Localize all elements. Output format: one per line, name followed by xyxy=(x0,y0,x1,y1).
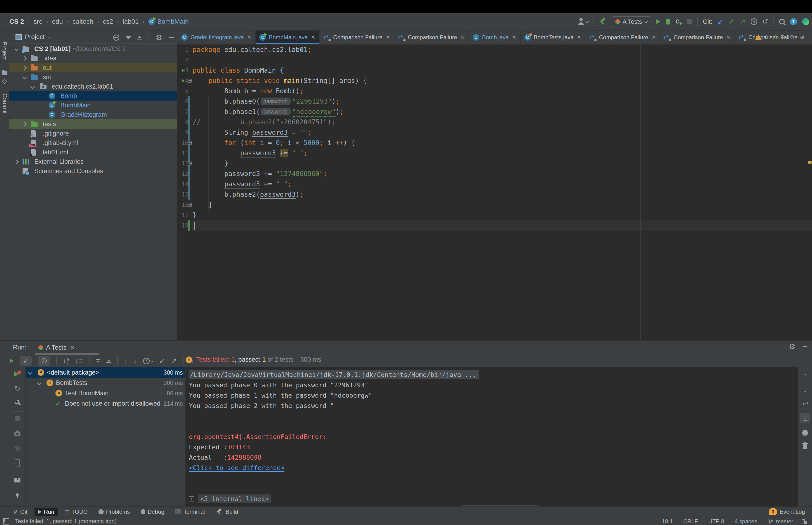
gear-icon[interactable]: ⚙ xyxy=(155,34,162,41)
run-button[interactable] xyxy=(656,19,660,24)
test-tree-item-test-bombmain[interactable]: Test BombMain86 ms xyxy=(26,388,185,398)
project-tree-item--gitlab-ci-yml[interactable]: .gitlab-ci.yml xyxy=(10,138,178,148)
rerun-tests-button[interactable] xyxy=(10,359,14,363)
close-icon[interactable]: ✕ xyxy=(652,34,656,41)
chevron-right-icon[interactable] xyxy=(22,122,27,126)
project-tree-item-lab01-iml[interactable]: lab01.iml xyxy=(10,148,178,157)
thread-dump-button[interactable] xyxy=(14,432,20,436)
import-test-results-button[interactable]: ↙ xyxy=(159,357,165,364)
scroll-down-button[interactable]: ↓ xyxy=(800,385,810,394)
breadcrumb-item-cs2[interactable]: cs2 xyxy=(103,18,113,25)
project-tree-item--gitignore[interactable]: .gitignore xyxy=(10,129,178,138)
close-icon[interactable]: ✕ xyxy=(311,34,315,41)
chevron-right-icon[interactable] xyxy=(22,56,27,60)
error-stripe-mark[interactable] xyxy=(808,161,812,164)
export-test-results-button[interactable]: ↗ xyxy=(171,357,177,364)
expand-icon[interactable] xyxy=(189,496,194,501)
project-tree-item-gradehistogram[interactable]: GradeHistogram xyxy=(10,110,178,119)
fold-marker[interactable] xyxy=(188,203,192,207)
breadcrumb-item-edu[interactable]: edu xyxy=(52,18,63,25)
show-ignored-toggle[interactable]: ∅ xyxy=(38,356,50,366)
project-tree-item-cs-2-lab01-[interactable]: CS 2 [lab01] ~/Documents/CS 2 xyxy=(10,44,178,54)
project-tree-item-tests[interactable]: tests xyxy=(10,119,178,129)
toggle-auto-test-button[interactable]: ↻ xyxy=(14,385,20,392)
test-console[interactable]: /Library/Java/JavaVirtualMachines/jdk-17… xyxy=(185,367,798,507)
editor-tab-comparison-failure[interactable]: Comparison Failure✕ xyxy=(394,31,469,44)
run-with-coverage-button[interactable] xyxy=(675,18,681,25)
tool-window-switcher-icon[interactable] xyxy=(3,518,10,525)
collapse-all-button[interactable] xyxy=(137,36,142,40)
editor-tab-hidden[interactable]: ✕ xyxy=(809,31,812,44)
commit-stripe-icon[interactable] xyxy=(2,79,6,84)
project-tree-item-src[interactable]: src xyxy=(10,72,178,82)
chevron-right-icon[interactable] xyxy=(14,160,18,164)
close-icon[interactable]: ✕ xyxy=(512,34,516,41)
expand-all-button[interactable] xyxy=(96,359,100,363)
show-passed-toggle[interactable]: ✓ xyxy=(20,356,32,366)
pin-tab-button[interactable] xyxy=(16,493,19,496)
scroll-to-end-button[interactable]: ↓ xyxy=(800,413,810,423)
rollback-icon[interactable]: ↺ xyxy=(763,18,768,25)
toolwindow-button-debug[interactable]: Debug xyxy=(137,508,168,516)
fold-marker[interactable] xyxy=(188,162,192,165)
rerun-failed-tests-button[interactable] xyxy=(14,371,20,377)
editor-tab-comparison-failure[interactable]: Comparison Failure✕ xyxy=(320,31,394,44)
close-icon[interactable]: ✕ xyxy=(247,34,251,41)
user-profile-button[interactable] xyxy=(578,18,588,25)
project-tree-item-edu-caltech-cs2-lab01[interactable]: edu.caltech.cs2.lab01 xyxy=(10,82,178,91)
search-everywhere-icon[interactable] xyxy=(779,19,785,25)
close-icon[interactable]: ✕ xyxy=(577,34,581,41)
print-button[interactable] xyxy=(800,427,810,437)
test-tree-item--default-package-[interactable]: <default package>300 ms xyxy=(26,367,185,378)
project-view-selector[interactable]: Project xyxy=(16,33,50,41)
close-icon[interactable]: ✕ xyxy=(460,34,464,41)
run-line-icon[interactable] xyxy=(182,79,185,83)
chevron-down-icon[interactable] xyxy=(28,370,32,375)
locate-file-button[interactable] xyxy=(113,34,119,41)
editor-tab-bomb-java[interactable]: Bomb.java✕ xyxy=(469,31,521,44)
caret-position[interactable]: 18:1 xyxy=(662,518,673,525)
git-update-icon[interactable]: ↙ xyxy=(717,18,723,25)
gear-icon[interactable]: ⚙ xyxy=(789,343,796,350)
stripe-button-project[interactable]: Project xyxy=(0,33,10,68)
test-settings-button[interactable] xyxy=(14,399,20,405)
project-tree-item-bomb[interactable]: Bomb xyxy=(10,91,178,101)
next-failed-test-button[interactable]: ↓ xyxy=(134,357,137,364)
fold-marker[interactable] xyxy=(188,141,192,145)
run-configuration-selector[interactable]: A Tests xyxy=(612,16,651,27)
close-icon[interactable]: ✕ xyxy=(726,34,731,41)
chevron-right-icon[interactable] xyxy=(22,65,27,70)
sort-by-duration-button[interactable]: ↓≡ xyxy=(75,357,83,364)
editor-tab-comparison-failure[interactable]: Comparison Failure✕ xyxy=(585,31,660,44)
debug-button[interactable] xyxy=(665,18,670,25)
stripe-button-commit[interactable]: Commit xyxy=(0,87,10,120)
fold-marker[interactable] xyxy=(188,79,192,83)
stop-process-button[interactable] xyxy=(15,416,20,421)
git-commit-icon[interactable]: ✓ xyxy=(729,18,734,25)
run-line-icon[interactable] xyxy=(182,69,185,72)
chevron-down-icon[interactable] xyxy=(14,47,18,51)
unlock-icon[interactable] xyxy=(803,521,807,524)
toolwindow-button-todo[interactable]: ≡TODO xyxy=(61,507,91,516)
chevron-down-icon[interactable] xyxy=(30,84,34,89)
project-tree-item-scratches-and-consoles[interactable]: Scratches and Consoles xyxy=(10,166,178,176)
test-tree-item-does-not-use-or-import-disallowed[interactable]: Does not use or import disallowed214 ms xyxy=(26,398,185,409)
chevron-down-icon[interactable] xyxy=(37,381,41,385)
close-icon[interactable]: ✕ xyxy=(386,34,390,41)
breadcrumb-item-cs-2[interactable]: CS 2 xyxy=(10,18,24,25)
restore-layout-button[interactable] xyxy=(14,478,20,482)
project-tree-item--idea[interactable]: .idea xyxy=(10,54,178,63)
line-ending[interactable]: CRLF xyxy=(683,518,698,525)
chevron-down-icon[interactable] xyxy=(22,75,27,79)
toolwindow-button-problems[interactable]: Problems xyxy=(95,508,134,516)
breadcrumb-item-bombmain[interactable]: BombMain xyxy=(148,18,189,25)
scroll-up-button[interactable]: ↑ xyxy=(800,371,810,380)
test-history-button[interactable] xyxy=(143,358,153,364)
status-message[interactable]: Tests failed: 1, passed: 1 (moments ago) xyxy=(15,518,117,525)
prev-problem-icon[interactable] xyxy=(790,35,794,39)
editor-tab-bombmain-java[interactable]: BombMain.java✕ xyxy=(256,31,320,44)
editor-tab-bombtests-java[interactable]: BombTests.java✕ xyxy=(521,31,585,44)
next-problem-icon[interactable] xyxy=(800,35,804,39)
file-encoding[interactable]: UTF-8 xyxy=(708,518,724,525)
run-tab[interactable]: A Tests ✕ xyxy=(35,342,78,353)
